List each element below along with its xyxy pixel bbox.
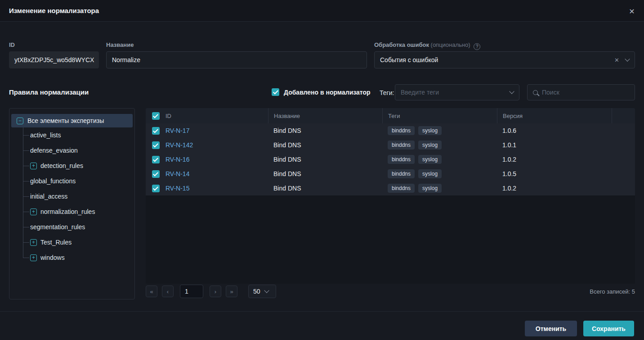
row-checkbox[interactable]	[152, 185, 160, 192]
table-row[interactable]: RV-N-15 Bind DNS binddns syslog 1.0.2	[146, 181, 635, 195]
tag-badge: binddns	[388, 155, 415, 164]
row-checkbox[interactable]	[152, 127, 160, 135]
chevron-down-icon	[264, 288, 269, 293]
tree-item-label: segmentation_rules	[30, 223, 85, 231]
tag-badge: binddns	[388, 169, 415, 178]
rule-id-link[interactable]: RV-N-142	[165, 141, 273, 149]
search-icon	[533, 90, 538, 95]
row-checkbox[interactable]	[152, 170, 160, 178]
tree-item-windows[interactable]: + windows	[11, 250, 133, 265]
added-checkbox-group[interactable]: Добавлено в нормализатор	[272, 88, 371, 96]
rule-tags: binddns syslog	[388, 141, 502, 150]
expand-icon[interactable]: +	[30, 239, 37, 246]
table-row[interactable]: RV-N-16 Bind DNS binddns syslog 1.0.2	[146, 152, 635, 167]
tree-item-label: initial_access	[30, 193, 67, 200]
tree-item-test-rules[interactable]: + Test_Rules	[11, 235, 133, 250]
error-handling-select[interactable]: События с ошибкой ✕	[374, 51, 635, 68]
tree-root-label: Все элементы экспертизы	[27, 117, 104, 124]
tag-badge: binddns	[388, 184, 415, 193]
chevron-down-icon[interactable]	[509, 89, 514, 94]
rules-table: ID Название Теги Версия RV-N-17 Bind DNS…	[146, 108, 635, 284]
search-box[interactable]	[527, 84, 635, 100]
dialog-footer: Отменить Сохранить	[0, 311, 644, 340]
tree-item-label: detection_rules	[40, 162, 83, 169]
tree-root-all-elements[interactable]: − Все элементы экспертизы	[11, 114, 133, 127]
chevron-down-icon[interactable]	[625, 56, 630, 61]
tree-item-segmentation-rules[interactable]: segmentation_rules	[11, 219, 133, 235]
id-field: ytXBxZDPJ5c_wo5d8WYCX	[9, 51, 99, 68]
tree-item-detection-rules[interactable]: + detection_rules	[11, 158, 133, 173]
tree-item-label: windows	[40, 254, 65, 261]
last-page-button[interactable]: »	[226, 286, 237, 297]
tag-badge: syslog	[418, 155, 442, 164]
total-records-label: Всего записей: 5	[590, 288, 635, 295]
rule-id-link[interactable]: RV-N-16	[165, 156, 273, 163]
table-row[interactable]: RV-N-17 Bind DNS binddns syslog 1.0.6	[146, 123, 635, 138]
error-handling-label-text: Обработка ошибок	[374, 41, 429, 48]
id-label: ID	[9, 41, 15, 48]
tree-item-active-lists[interactable]: active_lists	[11, 127, 133, 143]
tag-badge: syslog	[418, 141, 442, 150]
expertise-tree-panel: − Все элементы экспертизы active_lists d…	[9, 108, 135, 299]
rule-version: 1.0.5	[502, 170, 617, 177]
rule-version: 1.0.1	[502, 141, 617, 149]
page-number-input[interactable]	[180, 285, 203, 298]
rule-version: 1.0.2	[502, 185, 617, 192]
column-header-name[interactable]: Название	[268, 108, 388, 123]
column-header-id[interactable]: ID	[165, 108, 273, 123]
rule-tags: binddns syslog	[388, 126, 502, 135]
rule-version: 1.0.2	[502, 156, 617, 163]
prev-page-button[interactable]: ‹	[162, 286, 174, 297]
row-checkbox[interactable]	[152, 156, 160, 163]
help-icon[interactable]: ?	[474, 43, 480, 50]
tree-item-label: global_functions	[30, 177, 76, 185]
clear-icon[interactable]: ✕	[614, 57, 619, 63]
search-input[interactable]	[542, 89, 629, 96]
tags-select[interactable]: Введите теги	[395, 84, 519, 100]
close-icon[interactable]: ✕	[626, 5, 638, 17]
rule-version: 1.0.6	[502, 127, 617, 134]
select-all-checkbox[interactable]	[152, 112, 160, 120]
added-checkbox[interactable]	[272, 88, 279, 96]
tag-badge: syslog	[418, 169, 442, 178]
rule-name: Bind DNS	[273, 127, 388, 134]
tag-badge: syslog	[418, 126, 442, 135]
next-page-button[interactable]: ›	[210, 286, 221, 297]
tags-placeholder: Введите теги	[401, 89, 510, 96]
first-page-button[interactable]: «	[146, 286, 157, 297]
tree-item-defense-evasion[interactable]: defense_evasion	[11, 143, 133, 158]
edit-normalizer-dialog: Изменение нормализатора ✕ ID Название Об…	[0, 0, 644, 340]
rule-tags: binddns syslog	[388, 184, 502, 193]
tree-item-global-functions[interactable]: global_functions	[11, 173, 133, 189]
tree-item-normalization-rules[interactable]: + normalization_rules	[11, 204, 133, 219]
table-row[interactable]: RV-N-142 Bind DNS binddns syslog 1.0.1	[146, 138, 635, 152]
error-handling-label: Обработка ошибок (опционально) ?	[374, 41, 480, 50]
tree-item-initial-access[interactable]: initial_access	[11, 189, 133, 204]
collapse-icon[interactable]: −	[17, 118, 23, 124]
tags-label: Теги:	[380, 89, 394, 96]
added-checkbox-label: Добавлено в нормализатор	[284, 89, 371, 96]
cancel-button[interactable]: Отменить	[525, 321, 577, 336]
name-input[interactable]	[106, 51, 367, 68]
expand-icon[interactable]: +	[30, 254, 37, 261]
rule-id-link[interactable]: RV-N-14	[165, 170, 273, 177]
rule-id-link[interactable]: RV-N-17	[165, 127, 273, 134]
dialog-header: Изменение нормализатора ✕	[0, 0, 644, 22]
page-size-value: 50	[253, 288, 260, 295]
rule-id-link[interactable]: RV-N-15	[165, 185, 273, 192]
page-size-select[interactable]: 50	[248, 285, 276, 298]
expand-icon[interactable]: +	[30, 209, 37, 215]
rule-tags: binddns syslog	[388, 169, 502, 178]
rule-name: Bind DNS	[273, 185, 388, 192]
tree-children: active_lists defense_evasion + detection…	[11, 127, 133, 265]
save-button[interactable]: Сохранить	[583, 321, 634, 336]
expand-icon[interactable]: +	[30, 163, 37, 169]
name-label: Название	[106, 41, 134, 48]
column-header-tags[interactable]: Теги	[382, 108, 502, 123]
rules-section-title: Правила нормализации	[9, 88, 89, 96]
row-checkbox[interactable]	[152, 141, 160, 149]
table-header-row: ID Название Теги Версия	[146, 108, 635, 123]
tag-badge: binddns	[388, 141, 415, 150]
table-row[interactable]: RV-N-14 Bind DNS binddns syslog 1.0.5	[146, 167, 635, 181]
column-header-version[interactable]: Версия	[497, 108, 617, 123]
